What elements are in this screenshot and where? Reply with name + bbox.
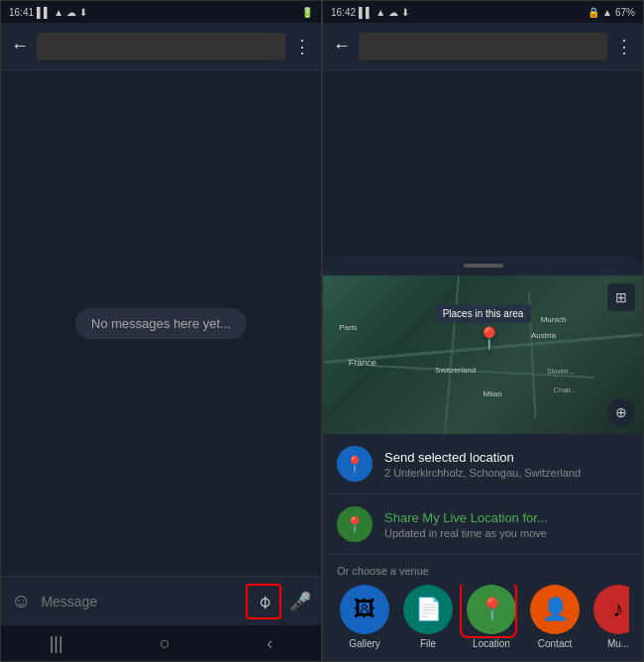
venue-section-label: Or choose a venue — [337, 565, 629, 577]
map-view[interactable]: France Switzerland Milan Austria Munich … — [323, 276, 643, 434]
location-icon-circle: 📍 — [467, 585, 516, 634]
right-time: 16:42 — [331, 7, 356, 18]
left-nav-bar: ||| ○ ‹ — [1, 625, 321, 661]
left-status-bar: 16:41 ▌▌ ▲ ☁ ⬇ 🔋 — [1, 1, 321, 23]
sheet-handle — [464, 264, 503, 268]
right-status-bar: 16:42 ▌▌ ▲ ☁ ⬇ 🔒 ▲ 67% — [323, 1, 643, 23]
attach-button[interactable]: ⌀ — [252, 590, 274, 612]
left-battery-icon: 🔋 — [301, 7, 313, 18]
venue-item-music[interactable]: ♪ Mu... — [590, 585, 629, 649]
share-location-text: Share My Live Location for... Updated in… — [384, 510, 548, 539]
right-signal-icon: ▌▌ — [359, 7, 373, 18]
left-download-icon: ⬇ — [79, 7, 87, 18]
contact-label: Contact — [538, 638, 572, 649]
venue-item-gallery[interactable]: 🖼 Gallery — [337, 585, 392, 649]
location-icon: 📍 — [479, 597, 505, 622]
venue-items-row: 🖼 Gallery 📄 File 📍 Location — [337, 585, 629, 655]
left-nav-menu-icon[interactable]: ||| — [50, 633, 63, 654]
map-label-paris: Paris — [339, 323, 357, 332]
map-tooltip: Places in this area — [435, 304, 532, 323]
left-back-button[interactable]: ← — [11, 36, 29, 56]
map-label-munich: Munich — [541, 315, 567, 324]
map-pin-icon: 📍 — [476, 326, 502, 352]
location-label: Location — [473, 638, 510, 649]
file-icon: 📄 — [415, 597, 442, 622]
message-input[interactable] — [41, 594, 238, 609]
music-icon: ♪ — [613, 597, 624, 622]
right-download-icon: ⬇ — [401, 7, 409, 18]
left-cloud-icon: ☁ — [66, 7, 76, 18]
right-phone-panel: 16:42 ▌▌ ▲ ☁ ⬇ 🔒 ▲ 67% ← ⋮ France — [322, 0, 644, 662]
right-signal2-icon: ▲ — [602, 7, 612, 18]
map-label-france: France — [349, 358, 376, 368]
file-label: File — [420, 638, 436, 649]
share-location-subtitle: Updated in real time as you move — [384, 527, 548, 539]
right-status-right: 🔒 ▲ 67% — [588, 7, 635, 18]
music-label: Mu... — [607, 638, 629, 649]
contact-icon-circle: 👤 — [530, 585, 580, 634]
map-layers-button[interactable]: ⊞ — [607, 283, 635, 311]
venue-item-file[interactable]: 📄 File — [400, 585, 456, 649]
map-label-austria: Austria — [531, 331, 556, 340]
gallery-label: Gallery — [349, 638, 380, 649]
share-location-icon: 📍 — [337, 506, 373, 542]
send-location-title: Send selected location — [384, 450, 581, 465]
right-status-left: 16:42 ▌▌ ▲ ☁ ⬇ — [331, 7, 409, 18]
left-header-title — [37, 33, 285, 60]
gallery-icon: 🖼 — [354, 597, 376, 622]
music-icon-circle: ♪ — [593, 585, 629, 634]
mic-button[interactable]: 🎤 — [289, 591, 311, 612]
contact-icon: 👤 — [542, 597, 569, 622]
right-app-header: ← ⋮ — [323, 23, 643, 70]
share-live-location-option[interactable]: 📍 Share My Live Location for... Updated … — [323, 495, 643, 555]
emoji-button[interactable]: ☺ — [11, 590, 31, 612]
left-nav-home-icon[interactable]: ○ — [160, 633, 170, 654]
left-time: 16:41 — [9, 7, 34, 18]
right-back-button[interactable]: ← — [333, 36, 351, 56]
left-phone-panel: 16:41 ▌▌ ▲ ☁ ⬇ 🔋 ← ⋮ No messages here ye… — [0, 0, 322, 662]
map-background: France Switzerland Milan Austria Munich … — [323, 276, 643, 434]
gallery-icon-circle: 🖼 — [340, 585, 389, 634]
left-more-options-button[interactable]: ⋮ — [293, 36, 311, 57]
location-bottom-sheet: France Switzerland Milan Austria Munich … — [323, 256, 643, 661]
left-nav-back-icon[interactable]: ‹ — [267, 633, 272, 654]
map-label-croat: Croat... — [554, 386, 577, 393]
file-icon-circle: 📄 — [403, 585, 453, 634]
attach-button-container: ⌀ — [248, 586, 279, 617]
right-battery-icon: 🔒 — [588, 7, 599, 18]
send-location-text: Send selected location 2 Unterkirchholz,… — [384, 450, 581, 479]
send-location-subtitle: 2 Unterkirchholz, Schongau, Switzerland — [384, 467, 581, 479]
map-compass-button[interactable]: ⊕ — [607, 398, 635, 426]
map-label-sloven: Sloven... — [547, 368, 574, 375]
left-wifi-icon: ▲ — [54, 7, 63, 18]
no-messages-label: No messages here yet... — [75, 308, 247, 339]
send-location-option[interactable]: 📍 Send selected location 2 Unterkirchhol… — [323, 434, 643, 495]
right-more-options-button[interactable]: ⋮ — [615, 36, 633, 57]
left-chat-area: No messages here yet... — [1, 70, 321, 576]
right-wifi-icon: ▲ — [376, 7, 385, 18]
right-cloud-icon: ☁ — [388, 7, 398, 18]
map-label-switzerland: Switzerland — [435, 366, 476, 375]
left-status-right: 🔋 — [301, 7, 313, 18]
left-app-header: ← ⋮ — [1, 23, 321, 70]
map-road — [444, 276, 460, 434]
map-label-milan: Milan — [483, 389, 502, 398]
right-battery-pct: 67% — [615, 7, 635, 18]
venue-section: Or choose a venue 🖼 Gallery 📄 File — [323, 555, 643, 661]
send-location-icon: 📍 — [337, 446, 373, 482]
venue-item-contact[interactable]: 👤 Contact — [527, 585, 583, 649]
share-location-title: Share My Live Location for... — [384, 510, 548, 525]
venue-item-location[interactable]: 📍 Location — [464, 585, 519, 649]
left-signal-icon: ▌▌ — [37, 7, 51, 18]
right-header-title — [359, 33, 607, 60]
left-status-left: 16:41 ▌▌ ▲ ☁ ⬇ — [9, 7, 87, 18]
left-input-bar: ☺ ⌀ 🎤 — [1, 576, 321, 625]
